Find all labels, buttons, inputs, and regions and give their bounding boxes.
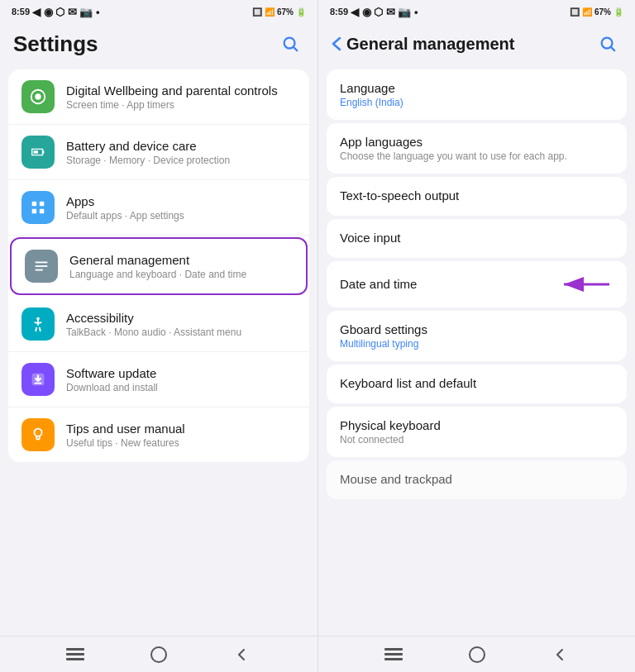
apps-icon	[21, 191, 55, 224]
general-management-title: General management	[69, 253, 293, 267]
apps-subtitle: Default apps · App settings	[66, 210, 296, 222]
left-nav-back[interactable]	[224, 641, 260, 668]
left-settings-list: Digital Wellbeing and parental controls …	[0, 66, 318, 636]
right-nav-recent[interactable]	[375, 641, 412, 668]
general-management-icon	[25, 250, 58, 283]
apps-title: Apps	[66, 194, 296, 208]
left-status-time: 8:59 ◀ ◉ ⬡ ✉ 📷 •	[12, 6, 100, 18]
svg-rect-16	[66, 653, 84, 655]
right-nav-home[interactable]	[459, 641, 495, 668]
battery-title: Battery and device care	[66, 139, 296, 153]
svg-line-20	[611, 47, 614, 50]
left-phone-panel: 8:59 ◀ ◉ ⬡ ✉ 📷 • 🔲 📶 67% 🔋 Settings	[0, 0, 318, 672]
svg-rect-23	[384, 653, 403, 655]
software-update-icon	[21, 363, 55, 396]
gm-item-mouse-trackpad[interactable]: Mouse and trackpad	[327, 460, 627, 499]
right-status-icons: 🔲 📶 67% 🔋	[570, 7, 623, 17]
left-nav-home[interactable]	[141, 641, 177, 668]
right-nav-bar	[318, 636, 635, 672]
right-phone-panel: 8:59 ◀ ◉ ⬡ ✉ 📷 • 🔲 📶 67% 🔋 General manag…	[318, 0, 635, 672]
gm-item-text-to-speech[interactable]: Text-to-speech output	[327, 177, 627, 216]
svg-rect-4	[32, 202, 37, 207]
accessibility-title: Accessibility	[66, 311, 296, 325]
svg-point-3	[35, 93, 41, 99]
general-management-list: Language English (India) App languages C…	[318, 66, 635, 636]
right-status-bar: 8:59 ◀ ◉ ⬡ ✉ 📷 • 🔲 📶 67% 🔋	[318, 0, 635, 23]
general-management-subtitle: Language and keyboard · Date and time	[69, 269, 293, 280]
right-back-button[interactable]	[332, 36, 341, 52]
software-update-title: Software update	[66, 366, 296, 380]
gm-item-date-and-time[interactable]: Date and time	[327, 261, 627, 307]
svg-point-25	[470, 647, 485, 662]
left-status-bar: 8:59 ◀ ◉ ⬡ ✉ 📷 • 🔲 📶 67% 🔋	[0, 0, 318, 23]
left-status-icons: 🔲 📶 67% 🔋	[252, 7, 306, 17]
svg-rect-22	[384, 648, 403, 651]
settings-item-general-management[interactable]: General management Language and keyboard…	[10, 237, 308, 295]
settings-item-tips[interactable]: Tips and user manual Useful tips · New f…	[8, 407, 309, 462]
svg-rect-5	[40, 202, 45, 207]
svg-point-18	[151, 647, 166, 662]
digital-wellbeing-icon	[21, 80, 55, 113]
left-header-icons	[276, 30, 304, 58]
left-search-button[interactable]	[276, 30, 304, 58]
gm-item-gboard[interactable]: Gboard settings Multilingual typing	[327, 311, 627, 361]
gm-item-keyboard-list[interactable]: Keyboard list and default	[327, 365, 627, 403]
tips-icon	[21, 418, 55, 451]
svg-point-14	[34, 429, 41, 436]
digital-wellbeing-subtitle: Screen time · App timers	[66, 99, 296, 111]
battery-subtitle: Storage · Memory · Device protection	[66, 155, 296, 166]
svg-rect-6	[32, 209, 37, 214]
svg-line-1	[294, 47, 297, 50]
right-search-button[interactable]	[594, 30, 622, 58]
svg-rect-7	[40, 209, 45, 214]
tips-subtitle: Useful tips · New features	[66, 437, 296, 449]
settings-item-digital-wellbeing[interactable]: Digital Wellbeing and parental controls …	[8, 69, 309, 125]
settings-item-battery[interactable]: Battery and device care Storage · Memory…	[8, 125, 309, 180]
battery-icon	[21, 136, 55, 169]
left-nav-bar	[0, 636, 318, 672]
tips-title: Tips and user manual	[66, 422, 296, 436]
date-time-arrow	[556, 273, 614, 296]
settings-item-accessibility[interactable]: Accessibility TalkBack · Mono audio · As…	[8, 297, 309, 352]
left-page-title: Settings	[13, 31, 98, 57]
svg-rect-15	[66, 648, 84, 651]
settings-section-main: Digital Wellbeing and parental controls …	[8, 69, 309, 462]
accessibility-icon	[21, 307, 55, 341]
gm-item-voice-input[interactable]: Voice input	[327, 219, 627, 258]
gm-item-physical-keyboard[interactable]: Physical keyboard Not connected	[327, 407, 627, 457]
left-nav-recent[interactable]	[57, 641, 93, 668]
settings-item-apps[interactable]: Apps Default apps · App settings	[8, 180, 309, 236]
svg-rect-17	[66, 658, 84, 660]
right-status-time: 8:59 ◀ ◉ ⬡ ✉ 📷 •	[330, 6, 418, 18]
left-header: Settings	[0, 23, 318, 66]
right-header: General management	[318, 23, 635, 66]
accessibility-subtitle: TalkBack · Mono audio · Assistant menu	[66, 326, 296, 338]
gm-item-language[interactable]: Language English (India)	[327, 69, 627, 120]
software-update-subtitle: Download and install	[66, 382, 296, 393]
right-page-title: General management	[346, 35, 514, 54]
digital-wellbeing-title: Digital Wellbeing and parental controls	[66, 83, 296, 98]
gm-item-app-languages[interactable]: App languages Choose the language you wa…	[327, 123, 627, 174]
svg-rect-24	[384, 658, 403, 660]
settings-item-software-update[interactable]: Software update Download and install	[8, 352, 309, 407]
right-nav-back[interactable]	[542, 641, 579, 668]
